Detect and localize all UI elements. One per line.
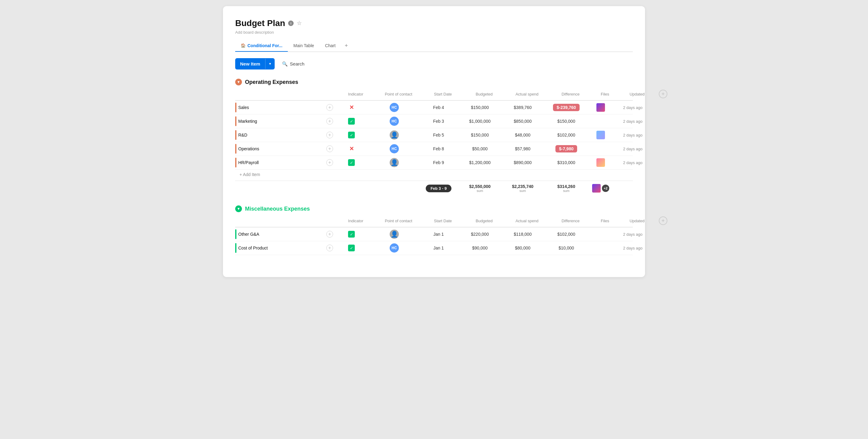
add-item-button[interactable]: + Add Item (235, 170, 633, 179)
updated-cell: 2 days ago (613, 147, 653, 151)
start-date-cell: Feb 4 (419, 105, 459, 110)
files-cell (588, 158, 613, 167)
row-add-icon[interactable]: + (326, 104, 333, 111)
new-item-label: New Item (235, 58, 265, 69)
row-add-icon[interactable]: + (326, 145, 333, 152)
page-description[interactable]: Add board description (235, 30, 633, 35)
group-misc-toggle[interactable]: ▼ (235, 205, 242, 212)
avatar-person: 👤 (390, 230, 399, 239)
info-icon[interactable]: i (288, 21, 293, 26)
tab-bar: 🏠 Conditional For... Main Table Chart + (235, 40, 633, 52)
actual-cell: $48,000 (501, 133, 544, 138)
start-date-cell: Jan 1 (419, 245, 459, 251)
group-operating-header: ▼ Operating Expenses (235, 79, 633, 85)
search-label: Search (290, 61, 305, 66)
summary-row: Feb 3 - 9 $2,550,000 sum $2,235,740 sum … (235, 181, 633, 196)
actual-cell: $890,000 (501, 160, 544, 165)
new-item-button[interactable]: New Item ▾ (235, 58, 275, 69)
budgeted-value: $1,200,000 (469, 160, 491, 165)
row-color-indicator (235, 229, 237, 239)
updated-cell: 2 days ago (613, 160, 653, 165)
col-header-files: Files (593, 92, 617, 96)
tab-main-table[interactable]: Main Table (288, 41, 319, 52)
star-icon[interactable]: ☆ (297, 20, 302, 27)
tab-conditional-label: Conditional For... (247, 43, 282, 48)
tab-chart[interactable]: Chart (320, 41, 341, 52)
diff-cell: $310,000 (544, 160, 588, 165)
budgeted-value: $220,000 (471, 232, 489, 237)
poc-cell: 👤 (370, 158, 419, 167)
row-color-indicator (235, 243, 237, 253)
row-add-icon[interactable]: + (326, 244, 333, 251)
start-date-value: Feb 4 (433, 105, 444, 110)
table-row: Other G&A + ✓ 👤 Jan 1 $220,000 $118,000 … (235, 228, 633, 241)
diff-value: $150,000 (557, 119, 575, 124)
col-header-poc: Point of contact (374, 218, 423, 223)
updated-value: 2 days ago (623, 160, 643, 165)
poc-cell: HC (370, 243, 419, 253)
col-header-actual: Actual spend (505, 92, 548, 96)
actual-sum-value: $2,235,740 (512, 184, 533, 189)
files-count-badge: +2 (602, 184, 609, 192)
row-name-label: Operations (238, 146, 324, 151)
row-add-icon[interactable]: + (326, 231, 333, 238)
tab-conditional[interactable]: 🏠 Conditional For... (235, 41, 288, 52)
diff-cell: $102,000 (544, 232, 588, 237)
add-tab-button[interactable]: + (341, 40, 352, 52)
col-header-updated: Updated (617, 92, 657, 96)
row-add-icon[interactable]: + (326, 118, 333, 125)
indicator-cell: ✓ (333, 118, 370, 125)
actual-value: $890,000 (514, 160, 532, 165)
group-operating-toggle[interactable]: ▼ (235, 79, 242, 85)
row-name-label: HR/Payroll (238, 160, 324, 165)
row-name-label: Sales (238, 105, 324, 110)
diff-sum-value: $314,260 (557, 184, 575, 189)
budgeted-value: $50,000 (472, 146, 488, 151)
col-header-diff: Difference (548, 218, 593, 223)
row-color-indicator (235, 116, 237, 126)
updated-value: 2 days ago (623, 147, 643, 151)
diff-value: $310,000 (557, 160, 575, 165)
search-button[interactable]: 🔍 Search (278, 59, 308, 69)
indicator-cell: ✓ (333, 231, 370, 238)
indicator-cell: ✕ (333, 145, 370, 152)
col-add-button[interactable]: + (657, 90, 669, 98)
poc-cell: 👤 (370, 130, 419, 140)
row-name-label: Marketing (238, 119, 324, 124)
row-name-label: Other G&A (238, 232, 324, 237)
poc-cell: HC (370, 144, 419, 153)
col-header-poc: Point of contact (374, 92, 423, 96)
row-color-indicator (235, 103, 237, 112)
actual-cell: $389,760 (501, 105, 544, 110)
add-column-icon[interactable]: + (659, 216, 668, 225)
start-date-cell: Jan 1 (419, 232, 459, 237)
row-add-icon[interactable]: + (326, 159, 333, 166)
indicator-cell: ✕ (333, 104, 370, 111)
new-item-arrow-icon[interactable]: ▾ (265, 59, 275, 69)
updated-cell: 2 days ago (613, 105, 653, 110)
col-header-actual: Actual spend (505, 218, 548, 223)
row-name-label: R&D (238, 133, 324, 138)
files-cell (588, 131, 613, 139)
avatar-hc: HC (390, 144, 399, 153)
updated-value: 2 days ago (623, 232, 643, 237)
col-header-files: Files (593, 218, 617, 223)
misc-col-headers: Indicator Point of contact Start Date Bu… (235, 214, 633, 228)
col-add-button-misc[interactable]: + (657, 216, 669, 225)
col-header-updated: Updated (617, 218, 657, 223)
row-color-indicator (235, 130, 237, 140)
diff-value-negative: $-7,980 (555, 145, 577, 152)
row-add-icon[interactable]: + (326, 131, 333, 138)
summary-files: +2 (588, 184, 613, 193)
avatar-hc: HC (390, 103, 399, 112)
summary-diff: $314,260 sum (544, 184, 588, 193)
start-date-value: Jan 1 (433, 232, 444, 237)
indicator-check-icon: ✓ (348, 159, 355, 166)
indicator-cell: ✓ (333, 244, 370, 251)
poc-cell: HC (370, 117, 419, 126)
add-column-icon[interactable]: + (659, 90, 668, 98)
diff-cell: $10,000 (544, 245, 588, 251)
avatar-person: 👤 (390, 130, 399, 140)
indicator-check-icon: ✓ (348, 131, 355, 138)
start-date-value: Feb 9 (433, 160, 444, 165)
